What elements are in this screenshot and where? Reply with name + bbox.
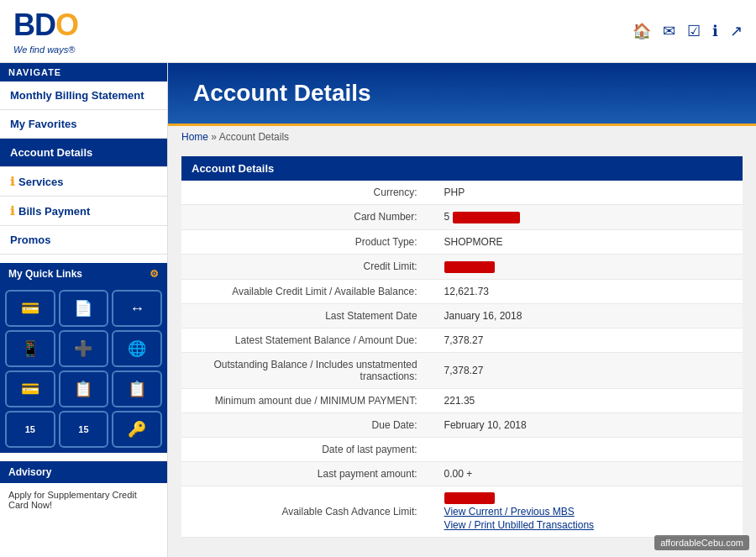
value-card-number: 5 bbox=[434, 205, 743, 230]
value-outstanding-balance: 7,378.27 bbox=[434, 352, 743, 388]
account-details-table: Currency: PHP Card Number: 5 Product Typ… bbox=[181, 181, 743, 538]
row-last-payment-amount: Last payment amount: 0.00 + bbox=[181, 461, 743, 486]
label-currency: Currency: bbox=[181, 181, 434, 205]
ql-btn-4[interactable]: 📱 bbox=[5, 330, 55, 367]
layout: NAVIGATE Monthly Billing Statement My Fa… bbox=[0, 63, 756, 557]
section-header: Account Details bbox=[181, 156, 743, 181]
logo-o: O bbox=[55, 8, 78, 42]
breadcrumb-current: Account Details bbox=[219, 131, 289, 143]
ql-btn-5[interactable]: ➕ bbox=[59, 330, 109, 367]
row-product-type: Product Type: SHOPMORE bbox=[181, 229, 743, 254]
info-icon[interactable]: ℹ bbox=[712, 22, 718, 40]
gear-icon[interactable]: ⚙ bbox=[150, 268, 159, 280]
row-latest-statement-balance: Latest Statement Balance / Amount Due: 7… bbox=[181, 328, 743, 352]
value-latest-statement-balance: 7,378.27 bbox=[434, 328, 743, 352]
ql-btn-10[interactable]: 15 bbox=[5, 411, 55, 448]
nav-item-my-favorites[interactable]: My Favorites bbox=[0, 110, 167, 139]
label-latest-statement-balance: Latest Statement Balance / Amount Due: bbox=[181, 328, 434, 352]
ql-btn-3[interactable]: ↔ bbox=[112, 290, 162, 327]
row-cash-advance-limit: Available Cash Advance Limit: View Curre… bbox=[181, 486, 743, 538]
top-icons: 🏠 ✉ ☑ ℹ ↗ bbox=[633, 22, 743, 40]
value-date-last-payment bbox=[434, 437, 743, 461]
value-credit-limit bbox=[434, 254, 743, 279]
row-credit-limit: Credit Limit: bbox=[181, 254, 743, 279]
page-title: Account Details bbox=[193, 80, 731, 107]
label-last-statement-date: Last Statement Date bbox=[181, 303, 434, 328]
page-title-bar: Account Details bbox=[168, 63, 756, 126]
mail-icon[interactable]: ✉ bbox=[663, 22, 675, 40]
cash-advance-redacted bbox=[444, 492, 495, 504]
value-available-credit: 12,621.73 bbox=[434, 279, 743, 303]
link-view-unbilled[interactable]: View / Print Unbilled Transactions bbox=[444, 519, 732, 531]
breadcrumb: Home » Account Details bbox=[168, 126, 756, 148]
top-bar: BDO We find ways® 🏠 ✉ ☑ ℹ ↗ bbox=[0, 0, 756, 63]
value-currency: PHP bbox=[434, 181, 743, 205]
row-due-date: Due Date: February 10, 2018 bbox=[181, 412, 743, 437]
label-due-date: Due Date: bbox=[181, 412, 434, 437]
breadcrumb-home[interactable]: Home bbox=[181, 131, 208, 143]
bdo-logo: BDO bbox=[13, 8, 78, 43]
label-minimum-amount: Minimum amount due / MINIMUM PAYMENT: bbox=[181, 388, 434, 412]
credit-limit-redacted bbox=[444, 261, 495, 273]
ql-btn-1[interactable]: 💳 bbox=[5, 290, 55, 327]
nav-label: NAVIGATE bbox=[0, 63, 167, 81]
ql-btn-7[interactable]: 💳 bbox=[5, 370, 55, 407]
nav-item-bills-payment[interactable]: ℹ Bills Payment bbox=[0, 197, 167, 226]
advisory-content: Apply for Supplementary Credit Card Now! bbox=[0, 483, 167, 517]
value-due-date: February 10, 2018 bbox=[434, 412, 743, 437]
nav-item-monthly-billing[interactable]: Monthly Billing Statement bbox=[0, 81, 167, 110]
ql-btn-12[interactable]: 🔑 bbox=[112, 411, 162, 448]
task-icon[interactable]: ☑ bbox=[687, 22, 701, 40]
ql-btn-6[interactable]: 🌐 bbox=[112, 330, 162, 367]
services-icon: ℹ bbox=[10, 175, 14, 188]
tagline: We find ways® bbox=[13, 45, 78, 55]
label-outstanding-balance: Outstanding Balance / Includes unstatmen… bbox=[181, 352, 434, 388]
label-card-number: Card Number: bbox=[181, 205, 434, 230]
breadcrumb-separator: » bbox=[211, 131, 218, 143]
quick-links-label: My Quick Links bbox=[8, 268, 82, 280]
label-product-type: Product Type: bbox=[181, 229, 434, 254]
row-minimum-amount: Minimum amount due / MINIMUM PAYMENT: 22… bbox=[181, 388, 743, 412]
logo-bd: BD bbox=[13, 8, 55, 42]
nav-item-account-details[interactable]: Account Details bbox=[0, 139, 167, 167]
nav-item-promos[interactable]: Promos bbox=[0, 226, 167, 255]
main-content: Account Details Home » Account Details A… bbox=[168, 63, 756, 557]
label-date-last-payment: Date of last payment: bbox=[181, 437, 434, 461]
ql-btn-8[interactable]: 📋 bbox=[59, 370, 109, 407]
sidebar: NAVIGATE Monthly Billing Statement My Fa… bbox=[0, 63, 168, 557]
value-cash-advance-limit: View Current / Previous MBS View / Print… bbox=[434, 486, 743, 538]
watermark: affordableCebu.com bbox=[654, 535, 749, 550]
quick-links-header: My Quick Links ⚙ bbox=[0, 263, 167, 285]
card-number-redacted bbox=[453, 212, 520, 223]
quick-links-grid: 💳 📄 ↔ 📱 ➕ 🌐 💳 📋 📋 15 15 🔑 bbox=[0, 285, 167, 453]
value-last-payment-amount: 0.00 + bbox=[434, 461, 743, 486]
label-available-credit: Available Credit Limit / Available Balan… bbox=[181, 279, 434, 303]
row-last-statement-date: Last Statement Date January 16, 2018 bbox=[181, 303, 743, 328]
row-available-credit: Available Credit Limit / Available Balan… bbox=[181, 279, 743, 303]
value-product-type: SHOPMORE bbox=[434, 229, 743, 254]
home-icon[interactable]: 🏠 bbox=[633, 22, 651, 40]
row-currency: Currency: PHP bbox=[181, 181, 743, 205]
ql-btn-11[interactable]: 15 bbox=[59, 411, 109, 448]
label-last-payment-amount: Last payment amount: bbox=[181, 461, 434, 486]
value-minimum-amount: 221.35 bbox=[434, 388, 743, 412]
row-outstanding-balance: Outstanding Balance / Includes unstatmen… bbox=[181, 352, 743, 388]
label-credit-limit: Credit Limit: bbox=[181, 254, 434, 279]
advisory-header: Advisory bbox=[0, 461, 167, 483]
row-card-number: Card Number: 5 bbox=[181, 205, 743, 230]
label-cash-advance-limit: Available Cash Advance Limit: bbox=[181, 486, 434, 538]
bills-icon: ℹ bbox=[10, 204, 14, 218]
logo-area: BDO We find ways® bbox=[13, 8, 78, 55]
value-last-statement-date: January 16, 2018 bbox=[434, 303, 743, 328]
content-area: Account Details Currency: PHP Card Numbe… bbox=[168, 148, 756, 546]
share-icon[interactable]: ↗ bbox=[730, 22, 743, 40]
ql-btn-9[interactable]: 📋 bbox=[112, 370, 162, 407]
row-date-last-payment: Date of last payment: bbox=[181, 437, 743, 461]
link-view-mbs[interactable]: View Current / Previous MBS bbox=[444, 506, 732, 518]
ql-btn-2[interactable]: 📄 bbox=[59, 290, 109, 327]
nav-item-services[interactable]: ℹ Services bbox=[0, 167, 167, 197]
